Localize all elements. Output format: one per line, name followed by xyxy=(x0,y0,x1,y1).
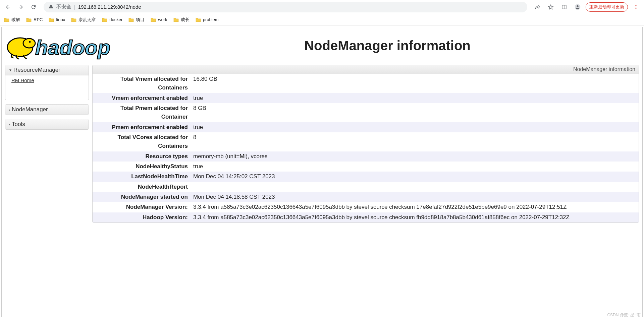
panel-button[interactable] xyxy=(559,2,570,12)
warning-icon xyxy=(48,4,54,10)
sidebar-label-resourcemanager: ResourceManager xyxy=(13,67,60,73)
person-icon xyxy=(574,4,581,10)
row-value: true xyxy=(191,162,639,172)
hadoop-logo: hadoop xyxy=(5,30,129,61)
folder-icon xyxy=(196,17,201,22)
row-value: 16.80 GB xyxy=(191,74,639,93)
folder-icon xyxy=(49,17,54,22)
bookmark-item[interactable]: 成长 xyxy=(173,17,190,23)
rm-home-link[interactable]: RM Home xyxy=(11,77,34,83)
content: ▼ ResourceManager RM Home ▸ NodeManager … xyxy=(2,61,642,226)
row-value: memory-mb (unit=Mi), vcores xyxy=(191,151,639,162)
bookmark-item[interactable]: 破解 xyxy=(4,17,20,23)
folder-icon xyxy=(102,17,107,22)
bookmark-item[interactable]: work xyxy=(151,17,167,22)
table-row: Total Vmem allocated for Containers16.80… xyxy=(93,74,639,93)
row-label: Total Vmem allocated for Containers xyxy=(93,74,191,93)
bookmark-label: RPC xyxy=(34,17,43,22)
svg-point-6 xyxy=(636,8,637,9)
main-panel-header: NodeManager information xyxy=(93,65,639,74)
panel-icon xyxy=(561,4,567,10)
row-value: 3.3.4 from a585a73c3e02ac62350c136643a5e… xyxy=(191,212,639,222)
row-value: Mon Dec 04 14:25:02 CST 2023 xyxy=(191,172,639,182)
row-label: NodeHealthReport xyxy=(93,182,191,192)
main-panel: NodeManager information Total Vmem alloc… xyxy=(92,65,639,223)
page-header: hadoop NodeManager information xyxy=(2,27,642,61)
row-value: Mon Dec 04 14:18:58 CST 2023 xyxy=(191,192,639,202)
folder-icon xyxy=(151,17,156,22)
bookmark-label: 成长 xyxy=(181,17,190,23)
table-row: Pmem enforcement enabledtrue xyxy=(93,122,639,132)
svg-rect-0 xyxy=(562,5,566,9)
chevron-right-icon: ▸ xyxy=(9,123,10,126)
insecure-label: 不安全 xyxy=(56,4,71,10)
bookmark-star-button[interactable] xyxy=(545,2,556,12)
table-row: NodeHealthReport xyxy=(93,182,639,192)
bookmark-item[interactable]: docker xyxy=(102,17,122,22)
sidebar-header-resourcemanager[interactable]: ▼ ResourceManager xyxy=(5,65,89,75)
watermark: CSDN @流~星~雨 xyxy=(607,312,641,318)
back-button[interactable] xyxy=(3,2,13,12)
info-table: Total Vmem allocated for Containers16.80… xyxy=(93,74,639,222)
bookmark-label: 杂乱无章 xyxy=(78,17,96,23)
browser-toolbar: 不安全 | 192.168.211.129:8042/node 重新启动即可更新 xyxy=(0,0,644,14)
svg-point-4 xyxy=(636,5,637,6)
bookmark-label: problem xyxy=(203,17,219,22)
bookmark-item[interactable]: linux xyxy=(49,17,65,22)
table-row: Total VCores allocated for Containers8 xyxy=(93,132,639,151)
more-vert-icon xyxy=(633,4,639,10)
reload-icon xyxy=(31,4,37,10)
arrow-right-icon xyxy=(18,4,24,10)
sidebar-panel-nodemanager: ▸ NodeManager xyxy=(5,104,89,115)
star-icon xyxy=(548,4,554,10)
sidebar-body-resourcemanager: RM Home xyxy=(5,75,89,100)
sidebar-header-tools[interactable]: ▸ Tools xyxy=(5,119,89,129)
folder-icon xyxy=(26,17,32,22)
row-value: 8 xyxy=(191,132,639,151)
svg-text:hadoop: hadoop xyxy=(35,36,110,59)
table-row: Vmem enforcement enabledtrue xyxy=(93,93,639,103)
bookmark-item[interactable]: 项目 xyxy=(128,17,145,23)
row-value: 8 GB xyxy=(191,103,639,122)
bookmark-item[interactable]: 杂乱无章 xyxy=(71,17,96,23)
url-divider: | xyxy=(74,4,75,10)
bookmark-label: linux xyxy=(56,17,65,22)
address-bar[interactable]: 不安全 | 192.168.211.129:8042/node xyxy=(44,2,527,12)
row-label: NodeManager started on xyxy=(93,192,191,202)
svg-point-5 xyxy=(636,6,637,7)
page-body: hadoop NodeManager information ▼ Resourc… xyxy=(1,27,643,317)
bookmark-label: 项目 xyxy=(136,17,145,23)
svg-point-3 xyxy=(577,5,578,7)
chevron-down-icon: ▼ xyxy=(9,68,12,72)
chevron-right-icon: ▸ xyxy=(9,108,10,112)
row-label: Vmem enforcement enabled xyxy=(93,93,191,103)
row-label: Resource types xyxy=(93,151,191,162)
share-button[interactable] xyxy=(532,2,543,12)
bookmark-item[interactable]: RPC xyxy=(26,17,43,22)
row-label: LastNodeHealthTime xyxy=(93,172,191,182)
bookmark-item[interactable]: problem xyxy=(196,17,219,22)
row-label: Total VCores allocated for Containers xyxy=(93,132,191,151)
arrow-left-icon xyxy=(5,4,11,10)
share-icon xyxy=(535,4,540,10)
folder-icon xyxy=(4,17,9,22)
row-value: true xyxy=(191,93,639,103)
bookmark-label: docker xyxy=(109,17,122,22)
table-row: NodeHealthyStatustrue xyxy=(93,162,639,172)
folder-icon xyxy=(173,17,179,22)
table-row: LastNodeHealthTimeMon Dec 04 14:25:02 CS… xyxy=(93,172,639,182)
row-label: Pmem enforcement enabled xyxy=(93,122,191,132)
forward-button[interactable] xyxy=(15,2,26,12)
sidebar-panel-resourcemanager: ▼ ResourceManager RM Home xyxy=(5,65,89,100)
menu-button[interactable] xyxy=(631,2,641,12)
url-text: 192.168.211.129:8042/node xyxy=(78,4,141,10)
reload-button[interactable] xyxy=(28,2,39,12)
table-row: Hadoop Version:3.3.4 from a585a73c3e02ac… xyxy=(93,212,639,222)
row-label: NodeHealthyStatus xyxy=(93,162,191,172)
sidebar-label-nodemanager: NodeManager xyxy=(12,106,48,113)
sidebar-header-nodemanager[interactable]: ▸ NodeManager xyxy=(5,105,89,115)
profile-button[interactable] xyxy=(572,2,583,12)
update-button[interactable]: 重新启动即可更新 xyxy=(586,2,628,12)
row-value: 3.3.4 from a585a73c3e02ac62350c136643a5e… xyxy=(191,202,639,212)
bookmark-label: 破解 xyxy=(11,17,20,23)
